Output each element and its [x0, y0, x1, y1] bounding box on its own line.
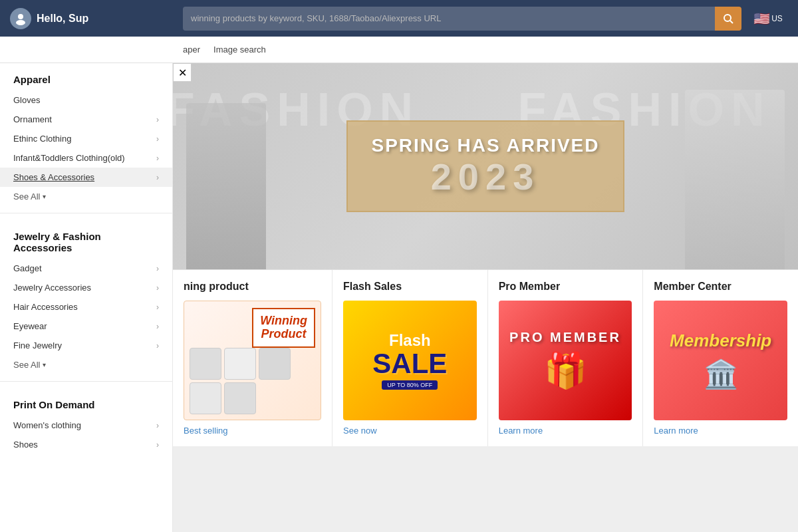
pro-label: PRO MEMBER [509, 330, 621, 345]
sidebar-item-jewelry-accessories[interactable]: Jewelry Accessories › [0, 278, 172, 297]
chevron-right-icon: › [156, 421, 159, 430]
flash-badge: Flash SALE UP TO 80% OFF [372, 331, 447, 390]
chevron-down-icon: ▾ [43, 193, 46, 200]
subnav-item-wallpaper[interactable]: aper [183, 45, 200, 55]
sidebar-item-label: Eyewear [13, 321, 47, 331]
hero-figure-right [685, 90, 785, 269]
sidebar-item-ornament[interactable]: Ornament › [0, 110, 172, 129]
sidebar-item-label: Infant&Toddlers Clothing(old) [13, 153, 125, 163]
chevron-right-icon: › [156, 154, 159, 163]
card-pro-title: Pro Member [499, 281, 632, 293]
subnav-item-image-search[interactable]: Image search [213, 45, 266, 55]
sidebar-item-label: Shoes [13, 440, 38, 450]
sidebar-item-shoes-accessories[interactable]: Shoes & Accessories › [0, 168, 172, 187]
svg-point-2 [724, 15, 731, 21]
card-flash-image: Flash SALE UP TO 80% OFF [343, 301, 477, 420]
svg-point-0 [18, 14, 23, 19]
sidebar-item-label: Hair Accessories [13, 302, 78, 312]
sidebar-item-eyewear[interactable]: Eyewear › [0, 317, 172, 336]
winning-label-1: Winning [260, 315, 307, 328]
card-flash-sales: Flash Sales Flash SALE UP TO 80% OFF See… [332, 270, 488, 446]
membership-icon: 🏛️ [670, 358, 771, 390]
hero-center-box: SPRING HAS ARRIVED 2023 [346, 120, 624, 212]
chevron-right-icon: › [156, 303, 159, 312]
app-header: Hello, Sup winning products by keyword, … [0, 0, 798, 37]
svg-line-3 [730, 21, 733, 23]
chevron-right-icon: › [156, 264, 159, 273]
sidebar-section-apparel: Apparel [0, 63, 172, 90]
region-label: US [771, 14, 783, 23]
card-member-link[interactable]: Learn more [654, 426, 787, 436]
search-bar[interactable]: winning products by keyword, SKU, 1688/T… [183, 7, 715, 31]
sale-label: SALE [372, 350, 447, 378]
sidebar-item-label: Ornament [13, 114, 52, 124]
gift-icon: 🎁 [509, 350, 621, 391]
sidebar-item-label: Gloves [13, 95, 40, 105]
flash-label: Flash [372, 331, 447, 350]
sidebar-section-pod: Print On Demand [0, 388, 172, 416]
sidebar: Apparel Gloves Ornament › Ethinc Clothin… [0, 63, 173, 532]
card-pro-link[interactable]: Learn more [499, 426, 632, 436]
card-membership-image: Membership 🏛️ [654, 301, 787, 420]
sidebar-section-jewelry: Jewelry & Fashion Accessories [0, 220, 172, 259]
content-area: ✕ FASHION FASHION FASH SPRING HAS ARRIVE… [173, 63, 798, 532]
sidebar-item-fine-jewelry[interactable]: Fine Jewelry › [0, 336, 172, 355]
hero-year-text: 2023 [371, 156, 599, 198]
sidebar-divider [0, 213, 172, 213]
card-winning-image: Winning Product [184, 301, 321, 420]
card-flash-title: Flash Sales [343, 281, 477, 293]
sidebar-item-label: Fine Jewelry [13, 340, 62, 350]
sidebar-item-label: Gadget [13, 263, 42, 273]
sidebar-divider-2 [0, 381, 172, 382]
hero-banner: FASHION FASHION FASH SPRING HAS ARRIVED … [173, 63, 798, 269]
avatar [10, 8, 31, 29]
card-winning-product: ning product [173, 270, 332, 446]
card-winning-link[interactable]: Best selling [184, 426, 321, 436]
chevron-right-icon: › [156, 283, 159, 293]
card-flash-link[interactable]: See now [343, 426, 477, 436]
sidebar-item-label: Ethinc Clothing [13, 134, 71, 144]
sidebar-item-infant-toddlers[interactable]: Infant&Toddlers Clothing(old) › [0, 148, 172, 168]
svg-point-1 [16, 20, 25, 25]
card-pro-image: PRO MEMBER 🎁 [499, 301, 632, 420]
chevron-right-icon: › [156, 322, 159, 331]
chevron-right-icon: › [156, 341, 159, 350]
membership-label: Membership [670, 331, 771, 351]
card-member-title: Member Center [654, 281, 787, 293]
sidebar-item-ethnic-clothing[interactable]: Ethinc Clothing › [0, 129, 172, 148]
close-button[interactable]: ✕ [173, 63, 192, 82]
sidebar-item-shoes[interactable]: Shoes › [0, 435, 172, 454]
chevron-right-icon: › [156, 173, 159, 182]
chevron-right-icon: › [156, 134, 159, 144]
winning-label-2: Product [260, 328, 307, 341]
chevron-down-icon: ▾ [43, 361, 46, 368]
main-layout: Apparel Gloves Ornament › Ethinc Clothin… [0, 63, 798, 532]
sidebar-item-label: Women's clothing [13, 420, 81, 430]
search-placeholder-text: winning products by keyword, SKU, 1688/T… [191, 13, 441, 23]
cards-row: ning product [173, 269, 798, 446]
greeting-text: Hello, Sup [37, 13, 88, 25]
chevron-right-icon: › [156, 115, 159, 124]
sidebar-item-label: Jewelry Accessories [13, 283, 91, 293]
hero-spring-text: SPRING HAS ARRIVED [371, 135, 599, 156]
chevron-right-icon: › [156, 440, 159, 450]
pro-badge: PRO MEMBER 🎁 [509, 330, 621, 391]
card-pro-member: Pro Member PRO MEMBER 🎁 Learn more [488, 270, 644, 446]
membership-badge: Membership 🏛️ [670, 331, 771, 390]
sidebar-item-gloves[interactable]: Gloves [0, 90, 172, 110]
search-button[interactable] [715, 7, 741, 31]
sidebar-item-gadget[interactable]: Gadget › [0, 259, 172, 278]
sidebar-see-all-apparel[interactable]: See All ▾ [0, 187, 172, 206]
sidebar-item-womens-clothing[interactable]: Women's clothing › [0, 416, 172, 435]
sidebar-item-label: Shoes & Accessories [13, 172, 94, 182]
sidebar-item-hair-accessories[interactable]: Hair Accessories › [0, 297, 172, 317]
hero-figure-left [186, 103, 266, 269]
user-greeting-area: Hello, Sup [10, 8, 183, 29]
flag-region[interactable]: 🇺🇸 US [748, 11, 788, 27]
card-member-center: Member Center Membership 🏛️ Learn more [643, 270, 798, 446]
discount-label: UP TO 80% OFF [382, 380, 438, 390]
sidebar-see-all-jewelry[interactable]: See All ▾ [0, 355, 172, 374]
card-winning-title: ning product [184, 281, 321, 293]
sub-navigation: aper Image search [0, 37, 798, 63]
